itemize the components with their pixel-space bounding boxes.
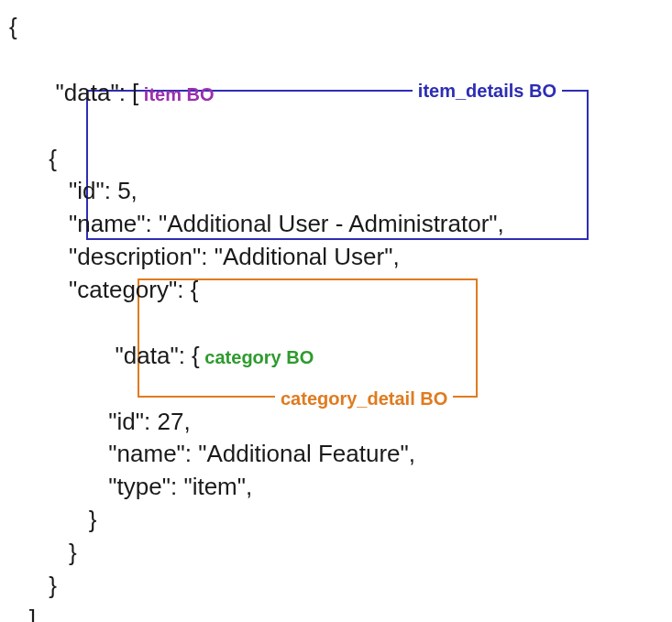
- annotation-category-bo: category BO: [200, 347, 314, 367]
- annotation-item-bo: item BO: [138, 84, 214, 104]
- json-text: "data": [: [36, 79, 138, 106]
- json-text: "data": {: [36, 342, 200, 369]
- json-line: ]: [9, 603, 663, 622]
- json-line: "name": "Additional User - Administrator…: [9, 208, 663, 241]
- json-line: {: [9, 143, 663, 176]
- json-line: "type": "item",: [9, 471, 663, 504]
- json-line: "description": "Additional User",: [9, 241, 663, 274]
- json-line: }: [9, 570, 663, 603]
- json-line: "data": { category BO: [9, 307, 663, 406]
- json-line: }: [9, 537, 663, 570]
- json-line: "name": "Additional Feature",: [9, 438, 663, 471]
- json-line: "id": 5,: [9, 175, 663, 208]
- json-line: "category": {: [9, 274, 663, 307]
- json-diagram: item_details BO category_detail BO { "da…: [9, 11, 663, 622]
- json-line: {: [9, 11, 663, 44]
- json-line: }: [9, 504, 663, 537]
- json-line: "data": [ item BO: [9, 44, 663, 143]
- json-line: "id": 27,: [9, 406, 663, 439]
